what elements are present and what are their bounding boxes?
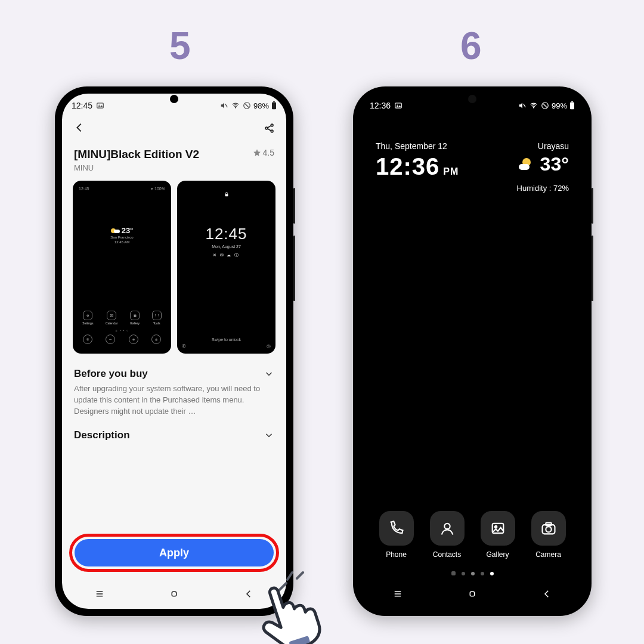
preview-home[interactable]: 12:45▾ 100% 23° San Francisco 12:45 AM ⚙… (73, 181, 171, 354)
widget-date[interactable]: Thu, September 12 (376, 141, 447, 151)
mute-icon (220, 101, 228, 110)
svg-line-11 (268, 126, 271, 128)
phone-frame-right: 12:36 99% Thu, September 12 Urayasu 12:3… (353, 86, 592, 616)
app-dock: Phone Contacts Gallery Camera (360, 511, 584, 559)
image-icon (394, 101, 402, 110)
before-you-buy-body: After upgrading your system software, yo… (74, 383, 274, 417)
swipe-hint: Swipe to unlock (212, 338, 241, 342)
description-header[interactable]: Description (74, 429, 274, 441)
camera-hole (468, 95, 476, 103)
step-label-5: 5 (169, 24, 191, 68)
dock-gallery[interactable]: Gallery (481, 511, 515, 559)
preview-lock[interactable]: 12:45 Mon, August 27 ✕ ✉ ☁ ⓘ Swipe to un… (177, 181, 275, 354)
theme-title: [MINU]Black Edition V2 (74, 148, 199, 161)
svg-rect-35 (546, 523, 551, 526)
svg-point-32 (494, 526, 497, 528)
svg-line-24 (524, 104, 526, 107)
preview-lock-date: Mon, August 27 (212, 244, 241, 249)
before-you-buy-header[interactable]: Before you buy (74, 368, 274, 380)
svg-point-30 (444, 524, 450, 529)
back-button[interactable] (73, 120, 86, 138)
no-sim-icon (541, 101, 549, 110)
nav-home[interactable] (467, 589, 478, 602)
svg-point-10 (271, 130, 273, 132)
dock-contacts[interactable]: Contacts (430, 511, 465, 559)
star-icon (253, 148, 261, 157)
home-screen: 12:36 99% Thu, September 12 Urayasu 12:3… (360, 94, 584, 609)
svg-rect-17 (172, 592, 177, 596)
svg-rect-39 (470, 592, 475, 596)
dock-label: Camera (535, 550, 561, 559)
nav-recents[interactable] (392, 589, 403, 602)
battery-icon (271, 101, 277, 110)
dock-phone[interactable]: Phone (379, 511, 414, 559)
contacts-icon (439, 520, 456, 537)
no-sim-icon (243, 101, 251, 110)
svg-point-8 (265, 127, 268, 129)
widget-temp[interactable]: 33° (521, 153, 569, 175)
share-button[interactable] (264, 120, 275, 138)
svg-line-2 (225, 104, 228, 107)
preview-city: San Francisco (110, 236, 133, 239)
preview-clock: 12:45 AM (110, 240, 133, 244)
gallery-icon (490, 520, 506, 537)
status-battery: 98% (253, 101, 269, 110)
wifi-icon (231, 101, 240, 110)
svg-point-9 (271, 124, 273, 126)
svg-point-1 (98, 105, 100, 106)
status-battery: 99% (552, 101, 567, 110)
camera-icon (540, 520, 557, 537)
svg-rect-6 (272, 102, 276, 109)
svg-point-23 (397, 105, 398, 106)
svg-line-5 (244, 104, 249, 108)
camera-hole (170, 95, 178, 103)
preview-lock-time: 12:45 (205, 225, 247, 243)
svg-rect-7 (273, 101, 275, 102)
svg-rect-13 (225, 194, 228, 197)
battery-icon (569, 101, 575, 110)
svg-point-3 (235, 107, 236, 108)
svg-point-25 (533, 107, 534, 108)
svg-line-12 (268, 129, 271, 131)
svg-line-27 (543, 104, 547, 108)
nav-recents[interactable] (94, 589, 105, 602)
android-navbar (360, 581, 584, 609)
status-time: 12:36 (370, 101, 391, 110)
theme-rating: 4.5 (253, 148, 274, 157)
phone-frame-left: 12:45 98% [MINU]Black Edition V2 (55, 86, 293, 616)
svg-rect-22 (395, 103, 402, 108)
mute-icon (518, 101, 527, 110)
svg-rect-0 (97, 103, 104, 108)
step-label-6: 6 (460, 24, 482, 68)
notif-icons: ✕ ✉ ☁ ⓘ (213, 252, 240, 258)
status-time: 12:45 (72, 101, 92, 110)
dock-camera[interactable]: Camera (531, 511, 566, 559)
widget-city[interactable]: Urayasu (538, 141, 569, 151)
theme-author: MINU (62, 163, 286, 172)
nav-home[interactable] (169, 589, 179, 602)
chevron-down-icon (264, 430, 274, 441)
theme-store-screen: 12:45 98% [MINU]Black Edition V2 (62, 94, 286, 609)
apply-highlight: Apply (69, 534, 279, 572)
widget-humidity: Humidity : 72% (360, 180, 584, 193)
dock-label: Gallery (486, 550, 509, 559)
dock-label: Phone (386, 550, 407, 559)
theme-previews[interactable]: 12:45▾ 100% 23° San Francisco 12:45 AM ⚙… (62, 172, 286, 360)
wifi-icon (529, 101, 538, 110)
chevron-down-icon (264, 369, 274, 379)
phone-icon (388, 520, 405, 537)
dock-label: Contacts (433, 550, 461, 559)
lock-icon (224, 191, 230, 199)
preview-temp: 23° (122, 226, 134, 235)
page-indicator[interactable] (360, 571, 584, 575)
svg-rect-29 (571, 101, 573, 102)
svg-rect-28 (570, 102, 574, 109)
apply-button[interactable]: Apply (75, 539, 274, 566)
image-icon (96, 101, 104, 110)
widget-time[interactable]: 12:36PM (376, 153, 459, 180)
nav-back[interactable] (541, 589, 552, 602)
svg-point-34 (546, 527, 551, 532)
